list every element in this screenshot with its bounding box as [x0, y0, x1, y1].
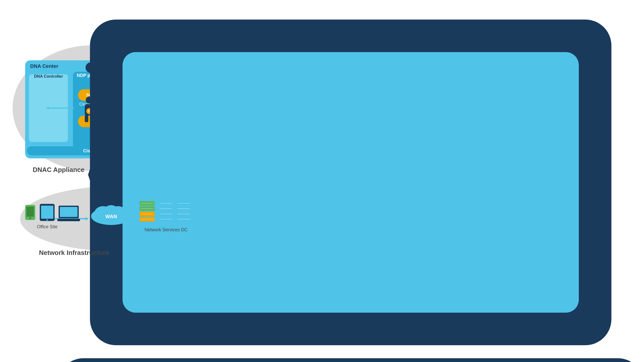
svg-rect-95: [57, 219, 80, 221]
laptop-icon: [57, 0, 644, 362]
svg-rect-56: [26, 207, 34, 217]
diagram-container: DNA Center Assurance UI DNA Controller N…: [0, 0, 644, 362]
svg-point-57: [29, 217, 31, 219]
svg-rect-94: [60, 207, 77, 217]
server-rack-2: [158, 201, 175, 225]
svg-text:WAN: WAN: [105, 214, 117, 219]
server-rack-3: [176, 201, 192, 225]
svg-marker-32: [46, 107, 49, 109]
svg-rect-59: [41, 206, 53, 219]
server-rack-1: [140, 201, 156, 225]
office-site-label: Office Site: [23, 224, 72, 230]
wan-cloud: WAN: [89, 201, 133, 226]
svg-point-60: [46, 219, 48, 221]
network-services-dc-label: Network Services DC: [136, 227, 196, 233]
laptop-icon-2: [57, 205, 80, 222]
svg-rect-63: [57, 358, 644, 362]
phone-icon: [24, 204, 36, 221]
network-infra-title: Network Infrastructure: [39, 249, 109, 257]
tablet-icon: [39, 203, 55, 222]
svg-rect-62: [123, 52, 579, 312]
dna-center-label: DNA Center: [30, 63, 58, 69]
